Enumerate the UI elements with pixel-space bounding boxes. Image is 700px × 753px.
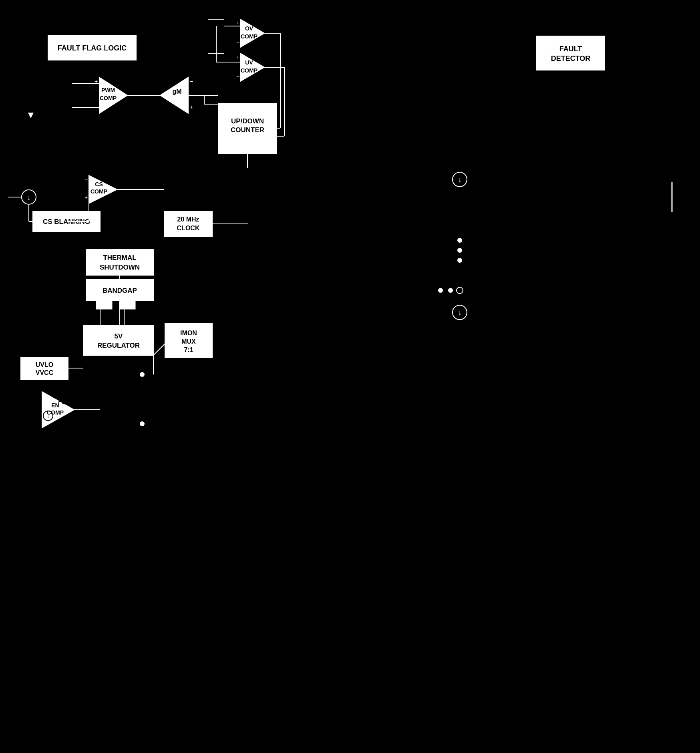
svg-text:COMP: COMP xyxy=(47,409,64,416)
svg-text:SHUTDOWN: SHUTDOWN xyxy=(100,264,140,271)
svg-text:THERMAL: THERMAL xyxy=(103,254,136,262)
svg-text:−: − xyxy=(84,176,88,182)
diagram-container: FAULT FLAG LOGIC FAULT DETECTOR OV COMP … xyxy=(0,0,700,753)
svg-text:↓: ↓ xyxy=(458,176,462,184)
svg-text:COMP: COMP xyxy=(241,33,257,40)
svg-rect-45 xyxy=(83,325,153,355)
svg-text:↓: ↓ xyxy=(27,193,31,201)
svg-point-70 xyxy=(457,258,462,263)
svg-text:20 MHz: 20 MHz xyxy=(177,216,199,223)
svg-text:+: + xyxy=(236,54,239,60)
diagram-svg: FAULT FLAG LOGIC FAULT DETECTOR OV COMP … xyxy=(0,0,700,753)
svg-text:7:1: 7:1 xyxy=(184,346,193,353)
svg-text:MUX: MUX xyxy=(181,338,196,345)
svg-text:−: − xyxy=(190,78,193,85)
svg-text:BANDGAP: BANDGAP xyxy=(103,287,137,294)
svg-point-71 xyxy=(438,288,443,293)
svg-text:FAULT FLAG LOGIC: FAULT FLAG LOGIC xyxy=(58,44,127,52)
svg-text:OV: OV xyxy=(245,25,253,32)
svg-text:DETECTOR: DETECTOR xyxy=(551,54,591,62)
svg-text:▼: ▼ xyxy=(26,109,36,120)
svg-text:COMP: COMP xyxy=(91,188,107,195)
svg-text:+: + xyxy=(236,20,239,26)
svg-text:EN: EN xyxy=(51,402,59,409)
svg-text:+: + xyxy=(190,104,193,110)
svg-text:FAULT: FAULT xyxy=(559,45,582,53)
svg-text:↓: ↓ xyxy=(458,309,462,317)
svg-rect-0 xyxy=(0,0,700,753)
svg-point-69 xyxy=(457,248,462,253)
svg-text:↓: ↓ xyxy=(47,413,49,419)
svg-point-72 xyxy=(448,288,453,293)
svg-rect-38 xyxy=(86,249,153,275)
svg-text:gM: gM xyxy=(172,88,181,95)
svg-text:UV: UV xyxy=(245,59,253,66)
svg-point-75 xyxy=(140,421,145,426)
svg-point-74 xyxy=(140,372,145,377)
svg-text:+: + xyxy=(84,194,88,201)
svg-text:CS: CS xyxy=(95,181,103,187)
svg-rect-3 xyxy=(537,36,605,70)
svg-text:UP/DOWN: UP/DOWN xyxy=(231,117,264,125)
svg-point-68 xyxy=(457,238,462,243)
svg-text:CLOCK: CLOCK xyxy=(177,225,200,232)
svg-text:PWM: PWM xyxy=(101,87,115,93)
svg-text:COUNTER: COUNTER xyxy=(231,126,264,134)
svg-rect-44 xyxy=(119,300,135,309)
svg-text:COMP: COMP xyxy=(241,67,257,74)
svg-text:COMP: COMP xyxy=(100,95,117,101)
svg-text:−: − xyxy=(236,73,239,79)
svg-text:REGULATOR: REGULATOR xyxy=(97,342,140,349)
svg-text:IMON: IMON xyxy=(180,330,197,336)
svg-text:−: − xyxy=(236,39,239,45)
svg-text:5V: 5V xyxy=(115,332,123,340)
svg-text:VVCC: VVCC xyxy=(36,369,54,376)
svg-rect-35 xyxy=(164,211,212,236)
svg-text:UVLO: UVLO xyxy=(36,361,53,368)
svg-rect-43 xyxy=(96,300,112,309)
